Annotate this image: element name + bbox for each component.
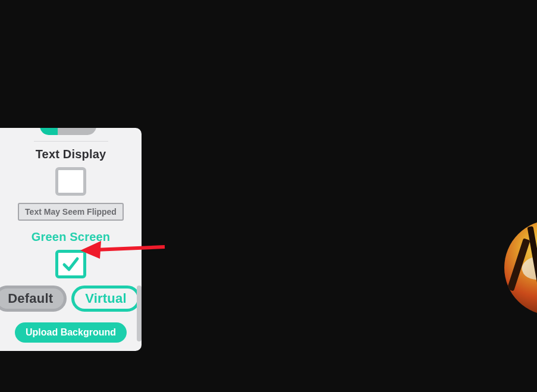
text-flipped-note: Text May Seem Flipped	[18, 203, 124, 221]
green-screen-mode-toggle: Default Virtual	[4, 286, 131, 312]
avatar-illustration	[504, 220, 537, 315]
virtual-button[interactable]: Virtual	[71, 286, 140, 312]
previous-toggle-partial	[40, 128, 102, 135]
default-button[interactable]: Default	[0, 286, 67, 312]
avatar	[504, 220, 537, 315]
text-display-heading: Text Display	[36, 148, 106, 161]
previous-toggle-off[interactable]	[58, 128, 96, 135]
panel-inner: Text Display Text May Seem Flipped Green…	[7, 128, 134, 351]
check-icon	[61, 255, 80, 274]
green-screen-checkbox[interactable]	[55, 250, 86, 278]
face-filters-heading: Face Filters!	[28, 349, 114, 351]
upload-background-button[interactable]: Upload Background	[15, 322, 127, 343]
green-screen-heading: Green Screen	[32, 230, 110, 244]
divider	[34, 141, 108, 142]
avatar-highlight	[520, 252, 537, 284]
previous-toggle-on[interactable]	[40, 128, 58, 135]
text-display-checkbox[interactable]	[55, 167, 86, 196]
settings-panel: Text Display Text May Seem Flipped Green…	[0, 128, 142, 351]
scrollbar-thumb[interactable]	[137, 286, 142, 341]
